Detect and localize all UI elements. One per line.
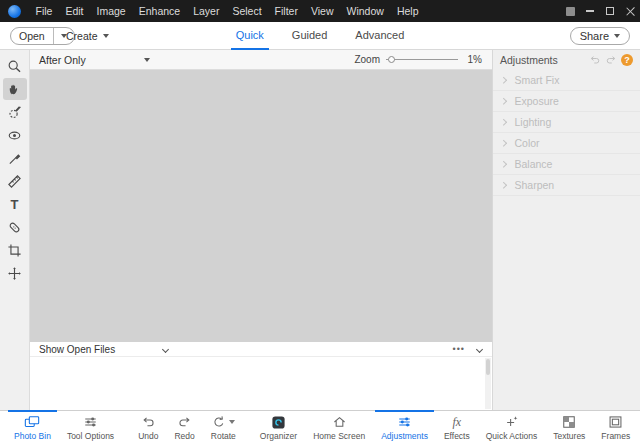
- menu-enhance[interactable]: Enhance: [132, 0, 186, 22]
- zoom-control: Zoom 1%: [354, 54, 482, 65]
- organizer-icon: [271, 415, 286, 430]
- hand-tool-icon[interactable]: [3, 78, 27, 100]
- share-label: Share: [580, 30, 609, 42]
- adjustment-smart-fix[interactable]: Smart Fix: [493, 70, 640, 91]
- menu-layer[interactable]: Layer: [187, 0, 226, 22]
- adjustments-title: Adjustments: [500, 54, 558, 66]
- canvas-area[interactable]: [30, 70, 492, 342]
- taskbar-adjustments[interactable]: Adjustments: [373, 411, 436, 444]
- close-button[interactable]: [620, 0, 640, 22]
- adjustment-lighting[interactable]: Lighting: [493, 112, 640, 133]
- view-mode-dropdown[interactable]: After Only: [39, 54, 150, 66]
- share-caret-icon: [614, 34, 620, 38]
- menu-file[interactable]: File: [29, 0, 59, 22]
- photo-bin-area[interactable]: [30, 357, 492, 410]
- frames-icon: [608, 415, 623, 430]
- view-mode-label: After Only: [39, 54, 86, 66]
- panel-redo-icon[interactable]: [605, 54, 617, 66]
- chevron-right-icon: [500, 182, 506, 188]
- taskbar-rotate[interactable]: Rotate: [203, 411, 244, 444]
- adjustment-label: Balance: [515, 158, 553, 170]
- taskbar-label: Undo: [138, 431, 158, 441]
- bin-collapse-icon[interactable]: [476, 345, 483, 352]
- panel-undo-icon[interactable]: [589, 54, 601, 66]
- chevron-right-icon: [500, 98, 506, 104]
- textures-icon: [562, 415, 576, 430]
- zoom-tool-icon[interactable]: [3, 55, 27, 77]
- bin-more-icon[interactable]: •••: [453, 344, 465, 354]
- straighten-tool-icon[interactable]: [3, 170, 27, 192]
- taskbar: Photo Bin Tool Options Undo Redo: [0, 410, 640, 444]
- taskbar-organizer[interactable]: Organizer: [252, 411, 305, 444]
- taskbar-quick-actions[interactable]: Quick Actions: [478, 411, 546, 444]
- bin-scrollbar-thumb[interactable]: [486, 359, 490, 375]
- adjustment-exposure[interactable]: Exposure: [493, 91, 640, 112]
- zoom-slider[interactable]: [386, 55, 458, 65]
- photo-bin-header: Show Open Files •••: [30, 342, 492, 357]
- menu-view[interactable]: View: [304, 0, 340, 22]
- adjustment-label: Lighting: [515, 116, 552, 128]
- adjustments-panel: Adjustments ? Smart Fix Exposure Lightin…: [492, 50, 640, 410]
- taskbar-undo[interactable]: Undo: [130, 411, 166, 444]
- tab-quick[interactable]: Quick: [225, 22, 275, 50]
- adjustment-label: Exposure: [515, 95, 559, 107]
- effects-icon: fx: [452, 415, 461, 430]
- menu-edit[interactable]: Edit: [59, 0, 90, 22]
- zoom-slider-track: [386, 59, 458, 60]
- help-icon[interactable]: ?: [621, 54, 633, 66]
- show-open-files-dropdown[interactable]: Show Open Files: [39, 344, 168, 355]
- tool-strip: T: [0, 50, 30, 410]
- menu-image[interactable]: Image: [90, 0, 132, 22]
- menu-filter[interactable]: Filter: [268, 0, 304, 22]
- tab-guided[interactable]: Guided: [281, 22, 338, 50]
- menu-help[interactable]: Help: [390, 0, 425, 22]
- move-tool-icon[interactable]: [3, 262, 27, 284]
- adjustment-label: Smart Fix: [515, 74, 560, 86]
- show-open-files-chevron-icon: [162, 345, 169, 352]
- window-controls: [560, 0, 640, 22]
- tool-options-icon: [83, 415, 98, 430]
- taskbar-textures[interactable]: Textures: [545, 411, 593, 444]
- quick-selection-tool-icon[interactable]: [3, 101, 27, 123]
- menu-select[interactable]: Select: [226, 0, 268, 22]
- taskbar-photo-bin[interactable]: Photo Bin: [6, 411, 59, 444]
- adjustments-icon: [397, 415, 412, 430]
- taskbar-label: Adjustments: [381, 431, 428, 441]
- view-mode-caret-icon: [144, 58, 150, 62]
- taskbar-home-screen[interactable]: Home Screen: [305, 411, 373, 444]
- chevron-right-icon: [500, 161, 506, 167]
- type-tool-icon[interactable]: T: [3, 193, 27, 215]
- spot-healing-tool-icon[interactable]: [3, 216, 27, 238]
- window-square-icon[interactable]: [560, 0, 580, 22]
- share-button[interactable]: Share: [570, 27, 630, 45]
- adjustment-sharpen[interactable]: Sharpen: [493, 175, 640, 196]
- type-tool-glyph: T: [11, 198, 19, 211]
- crop-tool-icon[interactable]: [3, 239, 27, 261]
- taskbar-redo[interactable]: Redo: [166, 411, 202, 444]
- taskbar-frames[interactable]: Frames: [593, 411, 638, 444]
- undo-icon: [141, 415, 156, 430]
- taskbar-effects[interactable]: fx Effects: [436, 411, 478, 444]
- minimize-button[interactable]: [580, 0, 600, 22]
- adjustment-label: Color: [515, 137, 540, 149]
- zoom-slider-knob[interactable]: [388, 56, 395, 63]
- view-bar: After Only Zoom 1%: [30, 50, 492, 70]
- menu-window[interactable]: Window: [340, 0, 390, 22]
- taskbar-label: Frames: [601, 431, 630, 441]
- adjustments-panel-header: Adjustments ?: [493, 50, 640, 70]
- app-logo-icon: [8, 5, 21, 18]
- bin-scrollbar[interactable]: [485, 358, 491, 409]
- tab-advanced[interactable]: Advanced: [344, 22, 415, 50]
- taskbar-label: Photo Bin: [14, 431, 51, 441]
- quick-actions-icon: [504, 415, 519, 430]
- red-eye-tool-icon[interactable]: [3, 124, 27, 146]
- photo-bin-icon: [24, 415, 40, 430]
- action-bar: Open Create Quick Guided Advanced Share: [0, 22, 640, 50]
- whiten-teeth-tool-icon[interactable]: [3, 147, 27, 169]
- home-icon: [332, 415, 347, 430]
- maximize-button[interactable]: [600, 0, 620, 22]
- fx-glyph: fx: [452, 416, 461, 428]
- taskbar-tool-options[interactable]: Tool Options: [59, 411, 122, 444]
- adjustment-balance[interactable]: Balance: [493, 154, 640, 175]
- adjustment-color[interactable]: Color: [493, 133, 640, 154]
